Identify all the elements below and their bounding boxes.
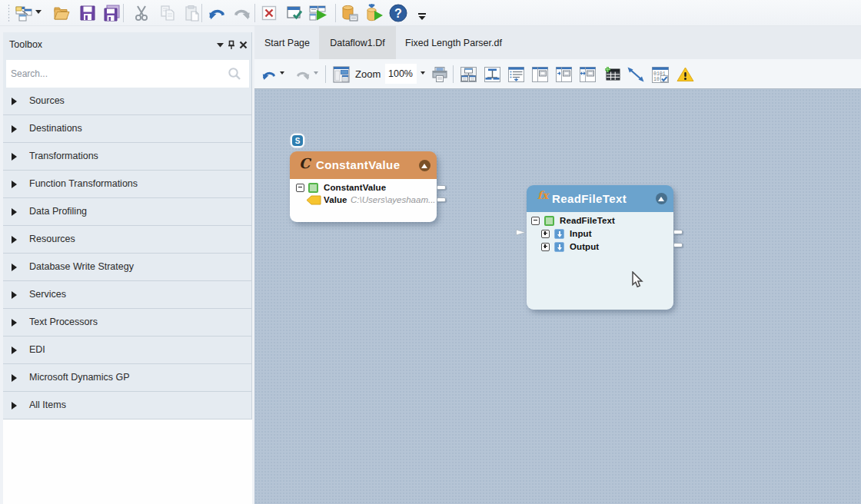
output-port[interactable]	[673, 230, 683, 234]
node-constant-value[interactable]: C ConstantValue ConstantValue Value	[290, 151, 437, 222]
tab-start-page[interactable]: Start Page	[255, 26, 319, 59]
toolbox-item-services[interactable]: Services	[3, 281, 252, 309]
paste-button[interactable]	[182, 3, 202, 23]
toolbar-separator	[254, 4, 255, 22]
expand-list-button[interactable]	[506, 65, 526, 85]
preview-data-button[interactable]: 0101 10	[650, 65, 670, 85]
node-read-file-text-header[interactable]: fx ReadFileText	[527, 185, 673, 212]
dataflow-toolbar: Zoom 100%	[254, 59, 861, 89]
redo-button[interactable]	[232, 3, 252, 23]
new-dropdown-arrow-icon[interactable]	[35, 10, 42, 14]
expand-plus-icon[interactable]	[541, 243, 550, 251]
collapse-minus-icon[interactable]	[296, 184, 304, 192]
warnings-button[interactable]	[675, 65, 695, 85]
toolbar-grip[interactable]	[7, 4, 11, 22]
collapse-node-button[interactable]	[419, 160, 430, 171]
dataflow-canvas[interactable]: S C ConstantValue ConstantValue	[254, 89, 861, 504]
copy-icon	[158, 4, 177, 22]
tab-fixed-length-parser[interactable]: Fixed Length Parser.df	[396, 26, 511, 59]
toolbox-header: Toolbox	[3, 32, 251, 58]
toolbox-item-data-profiling[interactable]: Data Profiling	[3, 198, 252, 226]
undo-icon	[261, 66, 278, 83]
collapse-minus-icon[interactable]	[531, 217, 540, 225]
open-button[interactable]	[52, 3, 71, 23]
toolbar-overflow-button[interactable]	[412, 6, 432, 26]
toolbox-item-resources[interactable]: Resources	[3, 226, 252, 254]
cut-icon	[132, 4, 151, 22]
tree-row-input[interactable]: Input	[527, 227, 673, 240]
expand-window-button[interactable]	[554, 65, 573, 85]
output-port[interactable]	[437, 197, 446, 202]
toolbox-item-edi[interactable]: EDI	[3, 337, 252, 364]
zoom-combobox[interactable]: 100%	[385, 64, 417, 84]
toolbox-item-destinations[interactable]: Destinations	[3, 115, 252, 143]
node-constant-value-header[interactable]: C ConstantValue	[290, 151, 437, 179]
collapse-arrow-icon	[421, 164, 427, 168]
value-tag-icon	[306, 195, 321, 205]
link-style-button[interactable]	[626, 65, 646, 85]
delete-button[interactable]	[259, 3, 279, 23]
undo-button[interactable]	[207, 3, 227, 23]
toolbox-item-microsoft-dynamics-gp[interactable]: Microsoft Dynamics GP	[3, 364, 252, 392]
toolbox-item-function-transformations[interactable]: Function Transformations	[3, 171, 252, 198]
toolbox-item-label: Database Write Strategy	[29, 261, 134, 272]
new-document-button[interactable]	[14, 3, 34, 23]
expand-plus-icon[interactable]	[541, 230, 550, 238]
toolbox-item-text-processors[interactable]: Text Processors	[3, 309, 252, 337]
output-port[interactable]	[673, 243, 683, 247]
redo-button[interactable]	[293, 65, 313, 85]
print-button[interactable]	[430, 65, 450, 85]
verify-button[interactable]	[284, 3, 304, 23]
help-icon: ?	[388, 3, 408, 23]
expand-triangle-icon	[12, 208, 17, 216]
toolbox-item-transformations[interactable]: Transformations	[3, 143, 252, 171]
pin-button[interactable]	[225, 38, 238, 51]
redo-dropdown-icon[interactable]	[314, 71, 318, 75]
add-table-button[interactable]	[602, 65, 622, 85]
expand-triangle-icon	[12, 153, 17, 161]
toolbox-item-all-items[interactable]: All Items	[3, 392, 252, 419]
collapse-window-button[interactable]	[530, 65, 550, 85]
close-button[interactable]	[237, 38, 249, 51]
tree-row-output[interactable]: Output	[527, 240, 673, 253]
tree-row-value[interactable]: Value C:\Users\ayeshaam...	[290, 194, 437, 206]
auto-layout-hierarchy-button[interactable]	[482, 65, 502, 85]
database-job-icon	[340, 3, 360, 23]
expand-triangle-icon	[12, 374, 17, 382]
search-input[interactable]	[11, 60, 218, 88]
output-port[interactable]	[437, 185, 446, 190]
collapse-node-button[interactable]	[656, 193, 667, 204]
undo-button[interactable]	[259, 65, 279, 85]
database-job-button[interactable]	[340, 3, 360, 23]
window-position-button[interactable]	[214, 38, 226, 51]
fit-window-button[interactable]	[577, 65, 597, 85]
tree-row-constantvalue[interactable]: ConstantValue	[290, 181, 437, 194]
help-button[interactable]: ?	[388, 3, 408, 23]
layout-preview-button[interactable]	[331, 65, 351, 85]
warning-icon	[676, 66, 694, 83]
save-button[interactable]	[78, 3, 98, 23]
cut-button[interactable]	[131, 3, 151, 23]
expand-triangle-icon	[12, 181, 17, 188]
node-title: ConstantValue	[316, 158, 400, 171]
copy-button[interactable]	[158, 3, 178, 23]
fit-window-icon	[579, 66, 597, 83]
input-port[interactable]	[516, 229, 526, 236]
add-table-icon	[603, 66, 621, 83]
toolbox-item-sources[interactable]: Sources	[3, 88, 252, 115]
toolbar-separator	[201, 4, 202, 22]
start-dataflow-button[interactable]	[308, 3, 328, 23]
node-read-file-text[interactable]: fx ReadFileText ReadFileText Input	[527, 185, 673, 310]
toolbox-title: Toolbox	[9, 39, 42, 50]
tree-row-readfiletext[interactable]: ReadFileText	[527, 214, 673, 227]
undo-dropdown-icon[interactable]	[280, 71, 284, 75]
collapse-arrow-icon	[658, 197, 664, 201]
save-all-button[interactable]	[101, 3, 121, 23]
start-job-button[interactable]	[364, 3, 384, 23]
tab-dataflow1[interactable]: Dataflow1.Df	[319, 26, 396, 59]
toolbox-item-database-write-strategy[interactable]: Database Write Strategy	[3, 254, 252, 281]
zoom-dropdown-icon[interactable]	[421, 71, 425, 75]
save-icon	[78, 4, 97, 22]
open-folder-icon	[52, 4, 71, 22]
auto-layout-tree-button[interactable]	[458, 65, 478, 85]
